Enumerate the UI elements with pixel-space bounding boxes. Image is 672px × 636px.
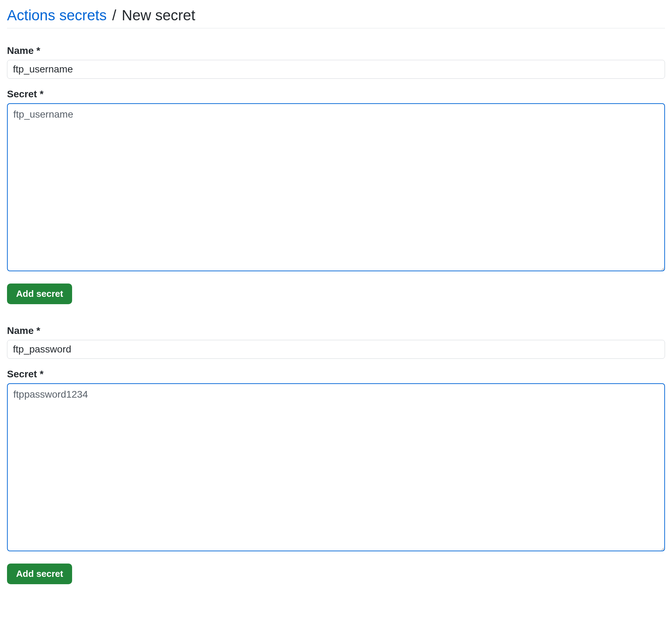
name-label: Name * [7, 325, 665, 336]
name-label: Name * [7, 45, 665, 56]
secret-textarea[interactable] [7, 383, 665, 551]
add-secret-button[interactable]: Add secret [7, 284, 72, 304]
page-header: Actions secrets / New secret [7, 7, 665, 28]
secret-label: Secret * [7, 89, 665, 100]
breadcrumb-separator: / [112, 7, 116, 23]
secret-form: Name * Secret * Add secret [7, 325, 665, 584]
name-input[interactable] [7, 60, 665, 79]
add-secret-button[interactable]: Add secret [7, 564, 72, 584]
breadcrumb-current: New secret [122, 7, 195, 23]
secret-textarea[interactable] [7, 103, 665, 271]
breadcrumb-link[interactable]: Actions secrets [7, 7, 107, 23]
secret-form: Name * Secret * Add secret [7, 45, 665, 304]
secret-label: Secret * [7, 369, 665, 380]
name-input[interactable] [7, 340, 665, 359]
